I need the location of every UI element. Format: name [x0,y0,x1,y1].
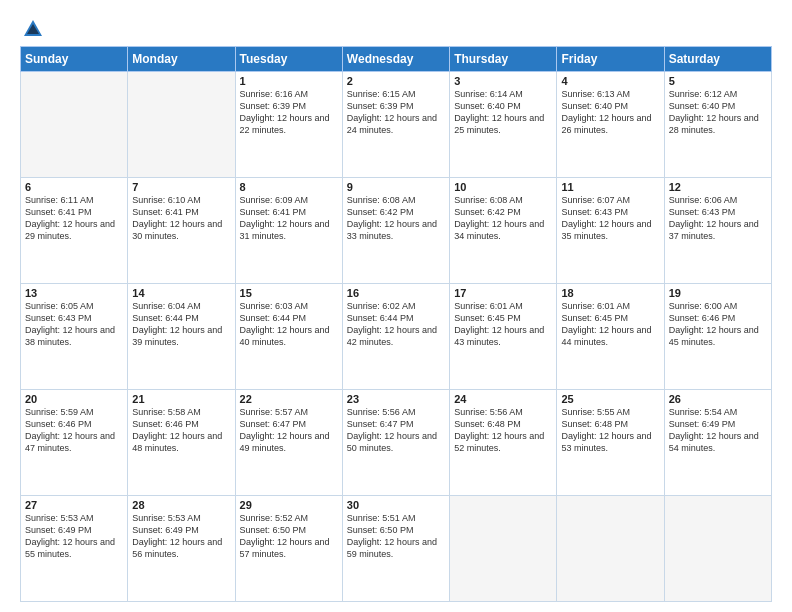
day-cell: 21Sunrise: 5:58 AM Sunset: 6:46 PM Dayli… [128,390,235,496]
day-cell [128,72,235,178]
day-number: 24 [454,393,552,405]
day-info: Sunrise: 6:03 AM Sunset: 6:44 PM Dayligh… [240,300,338,349]
day-info: Sunrise: 5:57 AM Sunset: 6:47 PM Dayligh… [240,406,338,455]
day-cell: 12Sunrise: 6:06 AM Sunset: 6:43 PM Dayli… [664,178,771,284]
day-header-friday: Friday [557,47,664,72]
day-cell: 30Sunrise: 5:51 AM Sunset: 6:50 PM Dayli… [342,496,449,602]
day-header-tuesday: Tuesday [235,47,342,72]
day-cell: 10Sunrise: 6:08 AM Sunset: 6:42 PM Dayli… [450,178,557,284]
day-cell: 7Sunrise: 6:10 AM Sunset: 6:41 PM Daylig… [128,178,235,284]
day-cell: 28Sunrise: 5:53 AM Sunset: 6:49 PM Dayli… [128,496,235,602]
day-number: 10 [454,181,552,193]
day-cell: 15Sunrise: 6:03 AM Sunset: 6:44 PM Dayli… [235,284,342,390]
day-info: Sunrise: 5:56 AM Sunset: 6:48 PM Dayligh… [454,406,552,455]
day-info: Sunrise: 6:04 AM Sunset: 6:44 PM Dayligh… [132,300,230,349]
day-header-thursday: Thursday [450,47,557,72]
day-number: 26 [669,393,767,405]
day-cell: 26Sunrise: 5:54 AM Sunset: 6:49 PM Dayli… [664,390,771,496]
day-cell [557,496,664,602]
day-info: Sunrise: 5:52 AM Sunset: 6:50 PM Dayligh… [240,512,338,561]
logo-icon [22,18,44,40]
day-cell: 4Sunrise: 6:13 AM Sunset: 6:40 PM Daylig… [557,72,664,178]
day-cell: 17Sunrise: 6:01 AM Sunset: 6:45 PM Dayli… [450,284,557,390]
day-cell: 9Sunrise: 6:08 AM Sunset: 6:42 PM Daylig… [342,178,449,284]
day-number: 23 [347,393,445,405]
day-info: Sunrise: 5:56 AM Sunset: 6:47 PM Dayligh… [347,406,445,455]
day-number: 19 [669,287,767,299]
day-cell: 16Sunrise: 6:02 AM Sunset: 6:44 PM Dayli… [342,284,449,390]
day-cell [450,496,557,602]
day-info: Sunrise: 5:54 AM Sunset: 6:49 PM Dayligh… [669,406,767,455]
day-info: Sunrise: 6:01 AM Sunset: 6:45 PM Dayligh… [561,300,659,349]
day-info: Sunrise: 6:13 AM Sunset: 6:40 PM Dayligh… [561,88,659,137]
day-number: 13 [25,287,123,299]
logo [20,18,44,36]
day-header-wednesday: Wednesday [342,47,449,72]
day-number: 11 [561,181,659,193]
day-cell: 19Sunrise: 6:00 AM Sunset: 6:46 PM Dayli… [664,284,771,390]
day-cell: 5Sunrise: 6:12 AM Sunset: 6:40 PM Daylig… [664,72,771,178]
day-info: Sunrise: 6:14 AM Sunset: 6:40 PM Dayligh… [454,88,552,137]
day-info: Sunrise: 6:08 AM Sunset: 6:42 PM Dayligh… [454,194,552,243]
day-cell [664,496,771,602]
day-cell: 1Sunrise: 6:16 AM Sunset: 6:39 PM Daylig… [235,72,342,178]
header-row: SundayMondayTuesdayWednesdayThursdayFrid… [21,47,772,72]
page: SundayMondayTuesdayWednesdayThursdayFrid… [0,0,792,612]
day-cell: 2Sunrise: 6:15 AM Sunset: 6:39 PM Daylig… [342,72,449,178]
day-cell [21,72,128,178]
week-row-3: 20Sunrise: 5:59 AM Sunset: 6:46 PM Dayli… [21,390,772,496]
day-number: 1 [240,75,338,87]
header [20,18,772,36]
calendar: SundayMondayTuesdayWednesdayThursdayFrid… [20,46,772,602]
day-number: 14 [132,287,230,299]
week-row-0: 1Sunrise: 6:16 AM Sunset: 6:39 PM Daylig… [21,72,772,178]
day-cell: 23Sunrise: 5:56 AM Sunset: 6:47 PM Dayli… [342,390,449,496]
day-cell: 6Sunrise: 6:11 AM Sunset: 6:41 PM Daylig… [21,178,128,284]
day-number: 7 [132,181,230,193]
day-info: Sunrise: 6:15 AM Sunset: 6:39 PM Dayligh… [347,88,445,137]
day-number: 20 [25,393,123,405]
day-number: 3 [454,75,552,87]
day-number: 2 [347,75,445,87]
day-cell: 18Sunrise: 6:01 AM Sunset: 6:45 PM Dayli… [557,284,664,390]
day-info: Sunrise: 6:06 AM Sunset: 6:43 PM Dayligh… [669,194,767,243]
day-info: Sunrise: 6:11 AM Sunset: 6:41 PM Dayligh… [25,194,123,243]
logo-text [20,18,44,40]
day-header-sunday: Sunday [21,47,128,72]
day-info: Sunrise: 6:10 AM Sunset: 6:41 PM Dayligh… [132,194,230,243]
day-info: Sunrise: 6:05 AM Sunset: 6:43 PM Dayligh… [25,300,123,349]
day-cell: 20Sunrise: 5:59 AM Sunset: 6:46 PM Dayli… [21,390,128,496]
day-info: Sunrise: 5:51 AM Sunset: 6:50 PM Dayligh… [347,512,445,561]
day-info: Sunrise: 5:55 AM Sunset: 6:48 PM Dayligh… [561,406,659,455]
day-cell: 8Sunrise: 6:09 AM Sunset: 6:41 PM Daylig… [235,178,342,284]
day-number: 5 [669,75,767,87]
day-number: 22 [240,393,338,405]
day-number: 29 [240,499,338,511]
day-info: Sunrise: 6:16 AM Sunset: 6:39 PM Dayligh… [240,88,338,137]
day-number: 18 [561,287,659,299]
day-info: Sunrise: 6:12 AM Sunset: 6:40 PM Dayligh… [669,88,767,137]
week-row-4: 27Sunrise: 5:53 AM Sunset: 6:49 PM Dayli… [21,496,772,602]
day-cell: 13Sunrise: 6:05 AM Sunset: 6:43 PM Dayli… [21,284,128,390]
day-number: 12 [669,181,767,193]
day-number: 9 [347,181,445,193]
day-number: 27 [25,499,123,511]
day-info: Sunrise: 6:00 AM Sunset: 6:46 PM Dayligh… [669,300,767,349]
day-number: 8 [240,181,338,193]
day-header-monday: Monday [128,47,235,72]
day-cell: 25Sunrise: 5:55 AM Sunset: 6:48 PM Dayli… [557,390,664,496]
day-number: 4 [561,75,659,87]
day-number: 16 [347,287,445,299]
week-row-2: 13Sunrise: 6:05 AM Sunset: 6:43 PM Dayli… [21,284,772,390]
day-info: Sunrise: 6:08 AM Sunset: 6:42 PM Dayligh… [347,194,445,243]
day-cell: 24Sunrise: 5:56 AM Sunset: 6:48 PM Dayli… [450,390,557,496]
day-info: Sunrise: 6:09 AM Sunset: 6:41 PM Dayligh… [240,194,338,243]
day-info: Sunrise: 6:01 AM Sunset: 6:45 PM Dayligh… [454,300,552,349]
day-number: 28 [132,499,230,511]
day-number: 25 [561,393,659,405]
day-info: Sunrise: 5:53 AM Sunset: 6:49 PM Dayligh… [132,512,230,561]
day-info: Sunrise: 5:59 AM Sunset: 6:46 PM Dayligh… [25,406,123,455]
day-number: 21 [132,393,230,405]
day-cell: 14Sunrise: 6:04 AM Sunset: 6:44 PM Dayli… [128,284,235,390]
day-number: 17 [454,287,552,299]
